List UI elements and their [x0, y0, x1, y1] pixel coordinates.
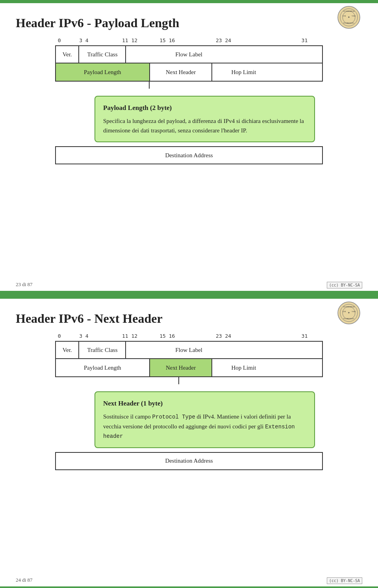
destination-wrapper-2: Destination Address	[55, 452, 323, 470]
cc-badge-2: (cc) BY-NC-SA	[327, 577, 362, 584]
cell-pl-1: Payload Length	[56, 63, 150, 81]
connector-1	[149, 82, 150, 89]
cell-nh-1: Next Header	[150, 63, 213, 81]
connector-2	[178, 377, 179, 384]
cell-ver-1: Ver.	[56, 46, 79, 63]
ipv6-diagram-2: 0 3 4 11 12 15 16 23 24 31 Ver. Traffic …	[55, 333, 323, 470]
cell2-nh: Next Header	[150, 359, 213, 376]
bit-labels-2: 0 3 4 11 12 15 16 23 24 31	[55, 333, 323, 340]
svg-text:UNI: UNI	[343, 15, 346, 17]
slide-1: STVDIORVM FLORENTIA ✦ UNI VER Header IPv…	[0, 0, 378, 294]
header-row-2: Payload Length Next Header Hop Limit	[56, 63, 322, 81]
destination-wrapper-1: Destination Address	[55, 146, 323, 164]
tooltip-1: Payload Length (2 byte) Specifica la lun…	[94, 96, 315, 142]
bit-0: 0	[58, 37, 61, 43]
svg-text:STVDIORVM: STVDIORVM	[343, 306, 355, 308]
ipv6-diagram-1: 0 3 4 11 12 15 16 23 24 31 Ver. Traffic …	[55, 37, 323, 164]
bit-11-12: 11 12	[122, 37, 137, 43]
bit-3-4: 3 4	[79, 37, 88, 43]
destination-1: Destination Address	[56, 146, 322, 164]
svg-text:✦: ✦	[348, 16, 350, 19]
bit-23-24: 23 24	[216, 37, 231, 43]
slide-2: STVDIORVM FLORENTIA ✦ UNI VER Header IPv…	[0, 296, 378, 588]
cell-tc-1: Traffic Class	[79, 46, 126, 63]
tooltip-1-text: Specifica la lunghezza del payload, a di…	[103, 116, 306, 135]
header2-row-1: Ver. Traffic Class Flow Label	[56, 342, 322, 359]
bit2-15-16: 15 16	[159, 333, 175, 339]
svg-text:FLORENTIA: FLORENTIA	[343, 318, 354, 320]
bit2-31: 31	[302, 333, 308, 339]
top-bar-1	[0, 0, 378, 3]
bit2-0: 0	[58, 333, 61, 339]
bit2-3-4: 3 4	[79, 333, 88, 339]
cc-badge-1: (cc) BY-NC-SA	[327, 282, 362, 288]
bit2-11-12: 11 12	[122, 333, 137, 339]
diagram-rows-2: Ver. Traffic Class Flow Label Payload Le…	[55, 341, 323, 377]
bottom-bar-1	[0, 291, 378, 294]
bottom-bar-2	[0, 586, 378, 588]
tooltip-2-title: Next Header (1 byte)	[103, 398, 306, 409]
slide-2-title: Header IPv6 - Next Header	[16, 311, 362, 326]
cell2-hl: Hop Limit	[212, 359, 275, 376]
diagram-rows-1: Ver. Traffic Class Flow Label Payload Le…	[55, 45, 323, 82]
tooltip-1-title: Payload Length (2 byte)	[103, 103, 306, 113]
page-num-2: 24 di 87	[16, 577, 33, 583]
header-row-1: Ver. Traffic Class Flow Label	[56, 46, 322, 63]
tooltip-2-text: Sostituisce il campo Protocol Type di IP…	[103, 412, 306, 441]
university-logo-2: STVDIORVM FLORENTIA ✦ UNI VER	[337, 301, 362, 326]
bit-31: 31	[302, 37, 308, 43]
page-num-1: 23 di 87	[16, 281, 33, 288]
cell-fl-1: Flow Label	[126, 46, 251, 63]
svg-text:FLORENTIA: FLORENTIA	[343, 22, 354, 24]
header2-row-2: Payload Length Next Header Hop Limit	[56, 359, 322, 376]
tooltip-2: Next Header (1 byte) Sostituisce il camp…	[94, 391, 315, 448]
destination-2: Destination Address	[56, 452, 322, 469]
svg-text:VER: VER	[352, 15, 356, 17]
tooltip-2-line1: Sostituisce il campo	[103, 413, 152, 420]
cell2-pl: Payload Length	[56, 359, 150, 376]
tooltip-2-mono1: Protocol Type	[152, 414, 195, 420]
svg-text:✦: ✦	[348, 311, 350, 314]
cell-hl-1: Hop Limit	[212, 63, 275, 81]
top-bar-2	[0, 296, 378, 299]
bit2-23-24: 23 24	[216, 333, 231, 339]
cell2-tc: Traffic Class	[79, 342, 126, 358]
svg-text:VER: VER	[352, 311, 356, 313]
slide-1-title: Header IPv6 - Payload Length	[16, 16, 362, 30]
cell2-ver: Ver.	[56, 342, 79, 358]
bit-labels-1: 0 3 4 11 12 15 16 23 24 31	[55, 37, 323, 45]
university-logo-1: STVDIORVM FLORENTIA ✦ UNI VER	[337, 6, 362, 31]
svg-text:STVDIORVM: STVDIORVM	[343, 10, 355, 12]
bit-15-16: 15 16	[159, 37, 175, 43]
svg-text:UNI: UNI	[343, 311, 346, 313]
cell2-fl: Flow Label	[126, 342, 251, 358]
